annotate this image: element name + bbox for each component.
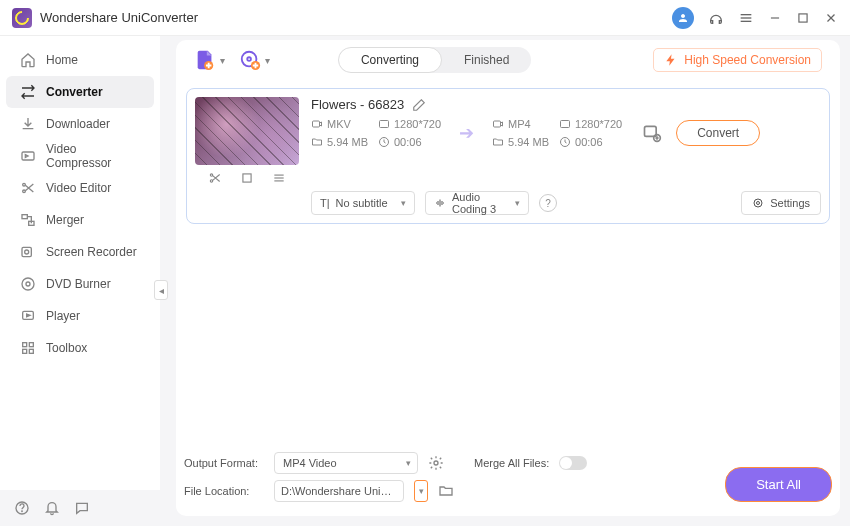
collapse-sidebar-button[interactable]: ◂	[154, 280, 168, 300]
file-location-field[interactable]: D:\Wondershare UniConverter	[274, 480, 404, 502]
dst-duration: 00:06	[575, 136, 603, 148]
user-avatar[interactable]	[672, 7, 694, 29]
video-icon	[492, 118, 504, 130]
sidebar-item-player[interactable]: Player	[6, 300, 154, 332]
folder-icon	[311, 136, 323, 148]
crop-icon[interactable]	[240, 171, 254, 185]
main-panel: ▾ ▾ Converting Finished High Speed Conve…	[176, 40, 840, 516]
lightning-icon	[664, 53, 678, 67]
subtitle-dropdown[interactable]: T| No subtitle ▾	[311, 191, 415, 215]
file-plus-icon	[194, 49, 216, 71]
trim-icon[interactable]	[208, 171, 222, 185]
svg-rect-18	[29, 343, 33, 347]
sidebar-item-label: Toolbox	[46, 341, 87, 355]
chevron-down-icon: ▾	[515, 198, 520, 208]
grid-icon	[20, 340, 36, 356]
video-icon	[311, 118, 323, 130]
src-resolution: 1280*720	[394, 118, 441, 130]
sidebar-item-label: Video Compressor	[46, 142, 140, 170]
resolution-icon	[559, 118, 571, 130]
svg-point-9	[23, 190, 26, 193]
support-icon[interactable]	[708, 10, 724, 26]
chevron-down-icon: ▾	[401, 198, 406, 208]
sidebar-item-label: Merger	[46, 213, 84, 227]
sidebar: Home Converter Downloader Video Compress…	[0, 36, 160, 490]
disc-icon	[20, 276, 36, 292]
file-location-label: File Location:	[184, 485, 264, 497]
sidebar-item-home[interactable]: Home	[6, 44, 154, 76]
svg-rect-12	[22, 247, 31, 256]
output-format-dropdown[interactable]: MP4 Video ▾	[274, 452, 418, 474]
svg-point-15	[26, 282, 30, 286]
dst-format: MP4	[508, 118, 531, 130]
video-thumbnail[interactable]	[195, 97, 299, 165]
edit-name-icon[interactable]	[412, 98, 426, 112]
add-file-button[interactable]: ▾	[194, 49, 225, 71]
sidebar-item-label: Screen Recorder	[46, 245, 137, 259]
audio-dropdown[interactable]: Audio Coding 3 ▾	[425, 191, 529, 215]
open-folder-icon[interactable]	[438, 483, 454, 499]
sidebar-item-label: Converter	[46, 85, 103, 99]
sidebar-item-label: Player	[46, 309, 80, 323]
dst-resolution: 1280*720	[575, 118, 622, 130]
svg-point-43	[434, 461, 438, 465]
high-speed-button[interactable]: High Speed Conversion	[653, 48, 822, 72]
minimize-icon[interactable]	[768, 11, 782, 25]
svg-rect-19	[23, 349, 27, 353]
help-button[interactable]: ?	[539, 194, 557, 212]
scissors-icon	[20, 180, 36, 196]
file-card: Flowers - 66823 MKV 5.94 MB 1280*720 00:…	[186, 88, 830, 224]
play-icon	[20, 308, 36, 324]
recorder-icon	[20, 244, 36, 260]
gear-icon[interactable]	[428, 455, 444, 471]
feedback-icon[interactable]	[74, 500, 90, 516]
sidebar-item-dvd[interactable]: DVD Burner	[6, 268, 154, 300]
audio-icon	[434, 197, 446, 209]
bell-icon[interactable]	[44, 500, 60, 516]
svg-rect-36	[494, 121, 501, 127]
file-location-dropdown[interactable]: ▾	[414, 480, 428, 502]
more-icon[interactable]	[272, 171, 286, 185]
close-icon[interactable]	[824, 11, 838, 25]
start-all-button[interactable]: Start All	[725, 467, 832, 502]
file-settings-button[interactable]: Settings	[741, 191, 821, 215]
sidebar-item-merger[interactable]: Merger	[6, 204, 154, 236]
disc-plus-icon	[239, 49, 261, 71]
svg-rect-17	[23, 343, 27, 347]
app-logo	[12, 8, 32, 28]
add-dvd-button[interactable]: ▾	[239, 49, 270, 71]
resolution-icon	[378, 118, 390, 130]
chevron-down-icon: ▾	[220, 55, 225, 66]
sidebar-item-downloader[interactable]: Downloader	[6, 108, 154, 140]
sidebar-item-converter[interactable]: Converter	[6, 76, 154, 108]
sidebar-item-label: Video Editor	[46, 181, 111, 195]
help-icon[interactable]	[14, 500, 30, 516]
sidebar-item-toolbox[interactable]: Toolbox	[6, 332, 154, 364]
svg-rect-4	[799, 13, 807, 21]
dst-size: 5.94 MB	[508, 136, 549, 148]
toolbar: ▾ ▾ Converting Finished High Speed Conve…	[176, 40, 840, 80]
sidebar-item-recorder[interactable]: Screen Recorder	[6, 236, 154, 268]
compressor-icon	[20, 148, 36, 164]
sidebar-item-editor[interactable]: Video Editor	[6, 172, 154, 204]
output-settings-icon[interactable]	[642, 123, 662, 143]
menu-icon[interactable]	[738, 10, 754, 26]
src-size: 5.94 MB	[327, 136, 368, 148]
svg-rect-33	[313, 121, 320, 127]
chevron-down-icon: ▾	[406, 458, 411, 468]
merge-toggle[interactable]	[559, 456, 587, 470]
sidebar-item-label: DVD Burner	[46, 277, 111, 291]
tab-finished[interactable]: Finished	[442, 47, 531, 73]
sidebar-item-compressor[interactable]: Video Compressor	[6, 140, 154, 172]
convert-button[interactable]: Convert	[676, 120, 760, 146]
tabs: Converting Finished	[338, 47, 531, 73]
tab-converting[interactable]: Converting	[338, 47, 442, 73]
svg-point-41	[754, 199, 762, 207]
home-icon	[20, 52, 36, 68]
clock-icon	[559, 136, 571, 148]
svg-point-13	[25, 250, 29, 254]
download-icon	[20, 116, 36, 132]
maximize-icon[interactable]	[796, 11, 810, 25]
chevron-down-icon: ▾	[265, 55, 270, 66]
svg-point-25	[247, 57, 251, 61]
